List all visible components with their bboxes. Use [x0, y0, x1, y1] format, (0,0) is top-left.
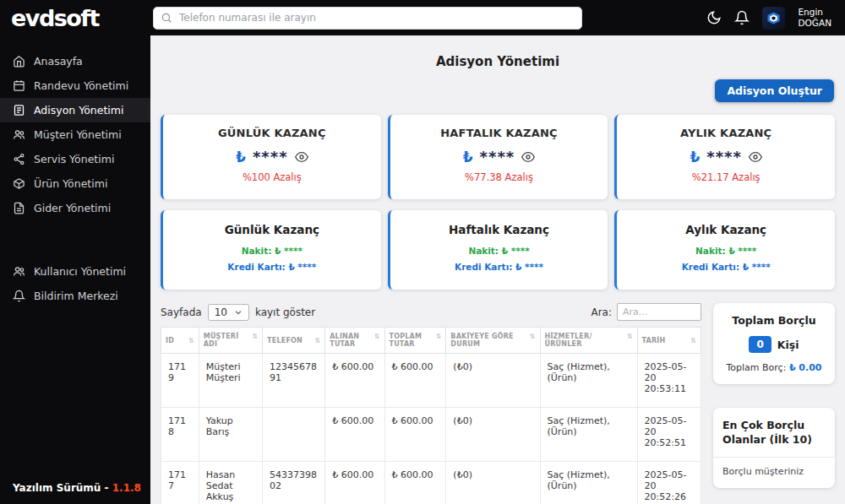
- stat-card-monthly: AYLIK KAZANÇ ₺ **** %21.17 Azalış: [614, 115, 835, 199]
- search-icon: [161, 12, 172, 24]
- cell-toplam-tutar: ₺ 600.00: [384, 354, 446, 408]
- share-icon: [13, 153, 25, 165]
- stat-card-change: %77.38 Azalış: [399, 171, 600, 183]
- eye-icon[interactable]: [749, 150, 762, 164]
- detail-card-monthly: Aylık Kazanç Nakit: ₺ **** Kredi Kartı: …: [614, 210, 835, 290]
- cell-bakiye-durum: (₺0): [446, 462, 540, 504]
- sort-icon[interactable]: ⇅: [435, 333, 441, 340]
- moon-icon[interactable]: [706, 10, 722, 25]
- table-area: Sayfada 10 kayıt göster Ara:: [161, 303, 701, 504]
- stat-card-change: %100 Azalış: [172, 171, 373, 183]
- lira-symbol: ₺: [463, 149, 473, 165]
- column-header-toplam-tutar[interactable]: TOPLAM TUTAR⇅: [384, 328, 446, 354]
- stat-card-weekly: HAFTALIK KAZANÇ ₺ **** %77.38 Azalış: [388, 115, 608, 199]
- sidebar-item-kullanici-yonetimi[interactable]: Kullanıcı Yönetimi: [0, 259, 150, 284]
- bell-icon[interactable]: [734, 10, 750, 25]
- eye-icon[interactable]: [521, 150, 535, 164]
- sidebar: Anasayfa Randevu Yönetimi Adisyon Yöneti…: [0, 35, 150, 504]
- sidebar-item-randevu-yonetimi[interactable]: Randevu Yönetimi: [0, 73, 150, 98]
- phone-search: [153, 7, 582, 30]
- cell-alinan-tutar: ₺ 600.00: [325, 354, 384, 408]
- cell-musteri-adi: Müşteri Müşteri: [199, 354, 262, 408]
- debt-count-badge: 0: [749, 336, 771, 353]
- top-debtors-subtitle: Borçlu müşteriniz: [722, 466, 826, 477]
- column-header-bakiye-durum[interactable]: BAKİYEYE GÖRE DURUM⇅: [446, 328, 540, 354]
- cell-hizmetler: Saç (Hizmet), (Ürün): [540, 462, 637, 504]
- debt-summary-panel: Toplam Borçlu 0 Kişi Toplam Borç: ₺ 0.00: [713, 303, 835, 384]
- sidebar-item-adisyon-yonetimi[interactable]: Adisyon Yönetimi: [0, 98, 150, 122]
- page-size-suffix: kayıt göster: [255, 306, 315, 318]
- sort-icon[interactable]: ⇅: [188, 337, 194, 344]
- sort-icon[interactable]: ⇅: [690, 337, 696, 344]
- calendar-icon: [13, 79, 25, 92]
- table-search-label: Ara:: [591, 306, 612, 318]
- credit-card-amount: Kredi Kartı: ₺ ****: [625, 262, 826, 272]
- cell-tarih: 2025-05-20 20:52:51: [637, 408, 701, 462]
- cell-id: 1718: [161, 408, 199, 462]
- lira-symbol: ₺: [690, 149, 700, 165]
- credit-card-amount: Kredi Kartı: ₺ ****: [399, 262, 600, 272]
- top-debtors-title: En Çok Borçlu Olanlar (İlk 10): [722, 419, 826, 447]
- bell-icon: [13, 290, 25, 302]
- stat-card-amount: ₺ ****: [399, 148, 600, 165]
- stat-card-change: %21.17 Azalış: [625, 171, 826, 183]
- receipt-icon: [13, 104, 25, 117]
- cell-id: 1719: [161, 354, 199, 408]
- app-root: evdsoft Engin DOĞAN Anasayfa Randevu Yön…: [0, 0, 845, 504]
- column-header-hizmetler[interactable]: HİZMETLER/ÜRÜNLER⇅: [540, 328, 637, 354]
- detail-card-title: Günlük Kazanç: [172, 223, 373, 236]
- stat-cards-row: GÜNLÜK KAZANÇ ₺ **** %100 Azalış HAFTALI…: [150, 115, 845, 199]
- sidebar-item-bildirim-merkezi[interactable]: Bildirim Merkezi: [0, 284, 150, 308]
- column-header-alinan-tutar[interactable]: ALINAN TUTAR⇅: [325, 328, 384, 354]
- cell-bakiye-durum: (₺0): [446, 354, 540, 408]
- debt-count-row: 0 Kişi: [722, 336, 826, 353]
- stat-card-daily: GÜNLÜK KAZANÇ ₺ **** %100 Azalış: [161, 115, 381, 199]
- cell-toplam-tutar: ₺ 600.00: [384, 408, 446, 462]
- sidebar-item-anasayfa[interactable]: Anasayfa: [0, 49, 150, 73]
- cell-telefon: 5433739802: [263, 462, 325, 504]
- create-adisyon-button[interactable]: Adisyon Oluştur: [715, 79, 834, 102]
- column-header-tarih[interactable]: TARİH⇅: [637, 328, 701, 354]
- cell-hizmetler: Saç (Hizmet), (Ürün): [540, 408, 637, 462]
- table-search-input[interactable]: [617, 303, 701, 321]
- home-icon: [13, 55, 25, 68]
- sort-icon[interactable]: ⇅: [530, 333, 536, 340]
- column-header-telefon[interactable]: TELEFON⇅: [263, 328, 325, 354]
- top-bar: evdsoft Engin DOĞAN: [0, 0, 845, 35]
- sidebar-item-gider-yonetimi[interactable]: Gider Yönetimi: [0, 196, 150, 220]
- right-aside: Toplam Borçlu 0 Kişi Toplam Borç: ₺ 0.00…: [713, 303, 835, 504]
- users-icon: [13, 128, 25, 141]
- user-name[interactable]: Engin DOĞAN: [798, 7, 831, 29]
- cell-toplam-tutar: ₺ 600.00: [384, 462, 446, 504]
- stat-card-title: GÜNLÜK KAZANÇ: [172, 127, 373, 139]
- stat-card-title: AYLIK KAZANÇ: [625, 127, 826, 139]
- table-controls: Sayfada 10 kayıt göster Ara:: [161, 303, 701, 321]
- eye-icon[interactable]: [295, 150, 308, 164]
- sidebar-item-urun-yonetimi[interactable]: Ürün Yönetimi: [0, 171, 150, 196]
- lira-symbol: ₺: [236, 149, 246, 165]
- sidebar-item-servis-yonetimi[interactable]: Servis Yönetimi: [0, 147, 150, 171]
- avatar[interactable]: [762, 7, 785, 30]
- sort-icon[interactable]: ⇅: [374, 333, 380, 340]
- debt-count-suffix: Kişi: [777, 339, 799, 351]
- sort-icon[interactable]: ⇅: [252, 333, 258, 340]
- sort-icon[interactable]: ⇅: [314, 337, 320, 344]
- cell-tarih: 2025-05-20 20:52:26: [637, 462, 701, 504]
- table-row[interactable]: 1719 Müşteri Müşteri 1234567891 ₺ 600.00…: [161, 354, 701, 408]
- page-size-select[interactable]: 10: [208, 304, 249, 321]
- sidebar-item-musteri-yonetimi[interactable]: Müşteri Yönetimi: [0, 122, 150, 147]
- table-row[interactable]: 1717 Hasan Sedat Akkuş 5433739802 ₺ 600.…: [161, 462, 701, 504]
- debt-summary-title: Toplam Borçlu: [722, 314, 826, 327]
- column-header-musteri-adi[interactable]: MÜŞTERİ ADI⇅: [199, 328, 262, 354]
- search-input[interactable]: [153, 7, 582, 30]
- credit-card-amount: Kredi Kartı: ₺ ****: [172, 262, 373, 272]
- table-row[interactable]: 1718 Yakup Barış ₺ 600.00 ₺ 600.00 (₺0) …: [161, 408, 701, 462]
- adisyon-table: ID⇅ MÜŞTERİ ADI⇅ TELEFON⇅ ALINAN TUTAR⇅ …: [161, 327, 701, 504]
- panel-divider: [713, 457, 835, 458]
- sort-icon[interactable]: ⇅: [627, 333, 633, 340]
- column-header-id[interactable]: ID⇅: [161, 328, 199, 354]
- masked-amount: ****: [253, 148, 288, 165]
- table-header-row: ID⇅ MÜŞTERİ ADI⇅ TELEFON⇅ ALINAN TUTAR⇅ …: [161, 328, 701, 354]
- cash-amount: Nakit: ₺ ****: [625, 246, 826, 256]
- cell-alinan-tutar: ₺ 600.00: [325, 462, 384, 504]
